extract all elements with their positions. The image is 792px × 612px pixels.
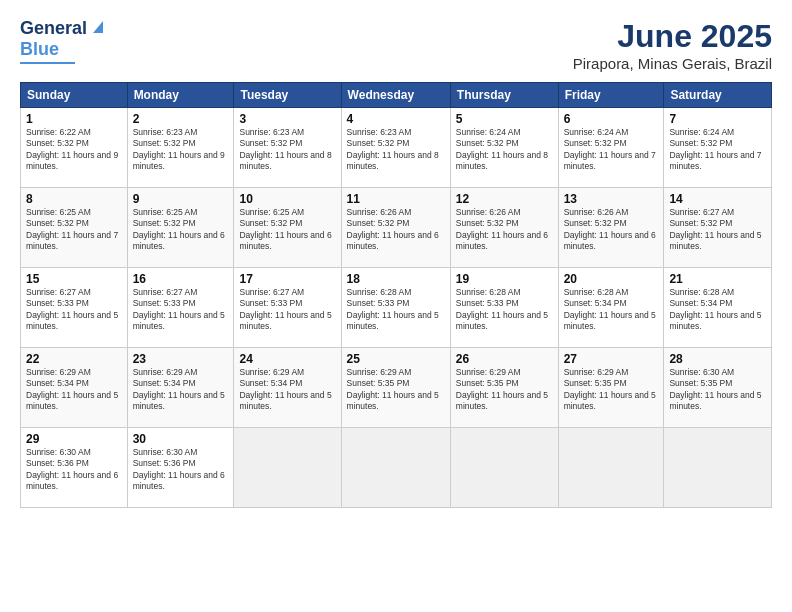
day-info: Sunrise: 6:28 AMSunset: 5:34 PMDaylight:…	[669, 287, 766, 333]
col-tuesday: Tuesday	[234, 83, 341, 108]
day-number: 27	[564, 352, 659, 366]
logo: General Blue	[20, 18, 107, 64]
day-info: Sunrise: 6:29 AMSunset: 5:34 PMDaylight:…	[133, 367, 229, 413]
day-number: 14	[669, 192, 766, 206]
table-row: 29Sunrise: 6:30 AMSunset: 5:36 PMDayligh…	[21, 428, 128, 508]
table-row: 16Sunrise: 6:27 AMSunset: 5:33 PMDayligh…	[127, 268, 234, 348]
table-row: 20Sunrise: 6:28 AMSunset: 5:34 PMDayligh…	[558, 268, 664, 348]
day-info: Sunrise: 6:30 AMSunset: 5:36 PMDaylight:…	[133, 447, 229, 493]
day-info: Sunrise: 6:30 AMSunset: 5:36 PMDaylight:…	[26, 447, 122, 493]
day-number: 9	[133, 192, 229, 206]
table-row	[558, 428, 664, 508]
day-info: Sunrise: 6:27 AMSunset: 5:33 PMDaylight:…	[239, 287, 335, 333]
calendar-week-row: 29Sunrise: 6:30 AMSunset: 5:36 PMDayligh…	[21, 428, 772, 508]
day-number: 4	[347, 112, 445, 126]
table-row: 1Sunrise: 6:22 AMSunset: 5:32 PMDaylight…	[21, 108, 128, 188]
day-number: 16	[133, 272, 229, 286]
month-title: June 2025	[573, 18, 772, 55]
table-row	[341, 428, 450, 508]
location-subtitle: Pirapora, Minas Gerais, Brazil	[573, 55, 772, 72]
day-number: 21	[669, 272, 766, 286]
table-row: 27Sunrise: 6:29 AMSunset: 5:35 PMDayligh…	[558, 348, 664, 428]
day-info: Sunrise: 6:24 AMSunset: 5:32 PMDaylight:…	[564, 127, 659, 173]
day-info: Sunrise: 6:25 AMSunset: 5:32 PMDaylight:…	[239, 207, 335, 253]
day-number: 13	[564, 192, 659, 206]
day-info: Sunrise: 6:30 AMSunset: 5:35 PMDaylight:…	[669, 367, 766, 413]
day-number: 23	[133, 352, 229, 366]
table-row: 13Sunrise: 6:26 AMSunset: 5:32 PMDayligh…	[558, 188, 664, 268]
table-row: 30Sunrise: 6:30 AMSunset: 5:36 PMDayligh…	[127, 428, 234, 508]
day-info: Sunrise: 6:27 AMSunset: 5:32 PMDaylight:…	[669, 207, 766, 253]
day-number: 5	[456, 112, 553, 126]
day-number: 12	[456, 192, 553, 206]
day-number: 28	[669, 352, 766, 366]
day-info: Sunrise: 6:25 AMSunset: 5:32 PMDaylight:…	[133, 207, 229, 253]
svg-marker-0	[93, 21, 103, 33]
table-row: 11Sunrise: 6:26 AMSunset: 5:32 PMDayligh…	[341, 188, 450, 268]
table-row: 22Sunrise: 6:29 AMSunset: 5:34 PMDayligh…	[21, 348, 128, 428]
day-info: Sunrise: 6:28 AMSunset: 5:33 PMDaylight:…	[456, 287, 553, 333]
table-row	[450, 428, 558, 508]
day-info: Sunrise: 6:29 AMSunset: 5:35 PMDaylight:…	[564, 367, 659, 413]
page: General Blue June 2025 Pirapora, Minas G…	[0, 0, 792, 612]
calendar-week-row: 8Sunrise: 6:25 AMSunset: 5:32 PMDaylight…	[21, 188, 772, 268]
calendar-week-row: 15Sunrise: 6:27 AMSunset: 5:33 PMDayligh…	[21, 268, 772, 348]
logo-blue: Blue	[20, 39, 59, 60]
table-row: 23Sunrise: 6:29 AMSunset: 5:34 PMDayligh…	[127, 348, 234, 428]
table-row: 12Sunrise: 6:26 AMSunset: 5:32 PMDayligh…	[450, 188, 558, 268]
table-row: 9Sunrise: 6:25 AMSunset: 5:32 PMDaylight…	[127, 188, 234, 268]
table-row: 17Sunrise: 6:27 AMSunset: 5:33 PMDayligh…	[234, 268, 341, 348]
col-wednesday: Wednesday	[341, 83, 450, 108]
table-row: 19Sunrise: 6:28 AMSunset: 5:33 PMDayligh…	[450, 268, 558, 348]
header: General Blue June 2025 Pirapora, Minas G…	[20, 18, 772, 72]
day-number: 8	[26, 192, 122, 206]
logo-underline	[20, 62, 75, 64]
day-info: Sunrise: 6:29 AMSunset: 5:35 PMDaylight:…	[347, 367, 445, 413]
day-number: 25	[347, 352, 445, 366]
day-number: 7	[669, 112, 766, 126]
calendar-week-row: 1Sunrise: 6:22 AMSunset: 5:32 PMDaylight…	[21, 108, 772, 188]
day-info: Sunrise: 6:23 AMSunset: 5:32 PMDaylight:…	[347, 127, 445, 173]
day-number: 1	[26, 112, 122, 126]
table-row: 4Sunrise: 6:23 AMSunset: 5:32 PMDaylight…	[341, 108, 450, 188]
day-number: 6	[564, 112, 659, 126]
day-info: Sunrise: 6:29 AMSunset: 5:34 PMDaylight:…	[26, 367, 122, 413]
day-number: 3	[239, 112, 335, 126]
calendar-table: Sunday Monday Tuesday Wednesday Thursday…	[20, 82, 772, 508]
table-row: 24Sunrise: 6:29 AMSunset: 5:34 PMDayligh…	[234, 348, 341, 428]
day-number: 24	[239, 352, 335, 366]
col-friday: Friday	[558, 83, 664, 108]
calendar-header-row: Sunday Monday Tuesday Wednesday Thursday…	[21, 83, 772, 108]
day-info: Sunrise: 6:27 AMSunset: 5:33 PMDaylight:…	[26, 287, 122, 333]
day-number: 26	[456, 352, 553, 366]
table-row: 10Sunrise: 6:25 AMSunset: 5:32 PMDayligh…	[234, 188, 341, 268]
day-info: Sunrise: 6:23 AMSunset: 5:32 PMDaylight:…	[133, 127, 229, 173]
table-row: 5Sunrise: 6:24 AMSunset: 5:32 PMDaylight…	[450, 108, 558, 188]
day-number: 19	[456, 272, 553, 286]
table-row: 7Sunrise: 6:24 AMSunset: 5:32 PMDaylight…	[664, 108, 772, 188]
calendar-week-row: 22Sunrise: 6:29 AMSunset: 5:34 PMDayligh…	[21, 348, 772, 428]
day-number: 22	[26, 352, 122, 366]
day-number: 17	[239, 272, 335, 286]
col-monday: Monday	[127, 83, 234, 108]
day-info: Sunrise: 6:23 AMSunset: 5:32 PMDaylight:…	[239, 127, 335, 173]
day-info: Sunrise: 6:28 AMSunset: 5:33 PMDaylight:…	[347, 287, 445, 333]
logo-triangle-icon	[89, 17, 107, 35]
table-row: 21Sunrise: 6:28 AMSunset: 5:34 PMDayligh…	[664, 268, 772, 348]
table-row: 3Sunrise: 6:23 AMSunset: 5:32 PMDaylight…	[234, 108, 341, 188]
day-info: Sunrise: 6:26 AMSunset: 5:32 PMDaylight:…	[456, 207, 553, 253]
day-info: Sunrise: 6:28 AMSunset: 5:34 PMDaylight:…	[564, 287, 659, 333]
day-number: 11	[347, 192, 445, 206]
col-thursday: Thursday	[450, 83, 558, 108]
table-row: 2Sunrise: 6:23 AMSunset: 5:32 PMDaylight…	[127, 108, 234, 188]
day-info: Sunrise: 6:29 AMSunset: 5:35 PMDaylight:…	[456, 367, 553, 413]
day-number: 29	[26, 432, 122, 446]
day-info: Sunrise: 6:26 AMSunset: 5:32 PMDaylight:…	[564, 207, 659, 253]
logo-general: General	[20, 18, 87, 39]
col-saturday: Saturday	[664, 83, 772, 108]
table-row: 26Sunrise: 6:29 AMSunset: 5:35 PMDayligh…	[450, 348, 558, 428]
day-info: Sunrise: 6:27 AMSunset: 5:33 PMDaylight:…	[133, 287, 229, 333]
day-info: Sunrise: 6:22 AMSunset: 5:32 PMDaylight:…	[26, 127, 122, 173]
table-row: 14Sunrise: 6:27 AMSunset: 5:32 PMDayligh…	[664, 188, 772, 268]
day-number: 2	[133, 112, 229, 126]
